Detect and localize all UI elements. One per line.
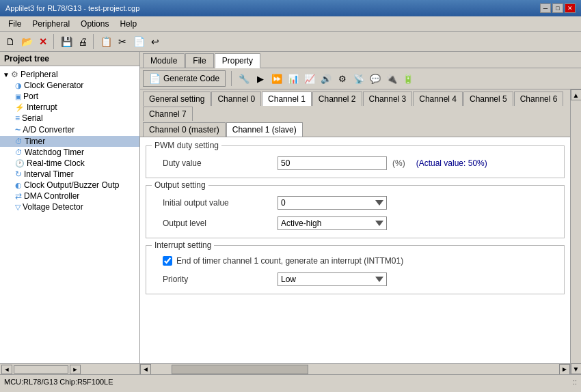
tree-scroll-left[interactable]: ◄ — [1, 365, 12, 374]
clock-out-icon — [15, 181, 22, 190]
print-button[interactable]: 🖨 — [75, 34, 90, 49]
paste-button[interactable]: 📋 — [98, 34, 113, 49]
icon-btn-3[interactable]: ⏩ — [269, 71, 284, 86]
menu-help[interactable]: Help — [114, 18, 142, 30]
maximize-button[interactable]: □ — [552, 3, 563, 13]
icon-btn-7[interactable]: ⚙ — [335, 71, 350, 86]
tree-item-vd[interactable]: Voltage Detector — [0, 201, 139, 212]
close-button[interactable]: ✕ — [565, 3, 576, 13]
icon-btn-2[interactable]: ▶ — [253, 71, 268, 86]
hscroll-thumb[interactable] — [172, 365, 308, 374]
icon-btn-6[interactable]: 🔊 — [319, 71, 334, 86]
initial-output-row: Initial output value 0 1 — [152, 194, 558, 212]
duty-value-row: Duty value (%) (Actual value: 50%) — [152, 154, 558, 172]
tab-channel-0[interactable]: Channel 0 — [211, 92, 261, 106]
tab-channel-7[interactable]: Channel 7 — [143, 107, 193, 121]
priority-select[interactable]: Low High Medium — [278, 272, 387, 286]
dma-icon — [15, 191, 22, 201]
left-panel-scrollbar[interactable]: ◄ ► — [0, 363, 139, 374]
icon-btn-8[interactable]: 📡 — [351, 71, 366, 86]
project-tree-header: Project tree — [0, 52, 139, 66]
new-button[interactable]: 🗋 — [3, 34, 18, 49]
output-group: Output setting Initial output value 0 1 … — [146, 185, 565, 238]
icon-btn-5[interactable]: 📈 — [302, 71, 317, 86]
tab-property[interactable]: Property — [215, 53, 260, 68]
minimize-button[interactable]: ─ — [540, 3, 551, 13]
pwm-group: PWM duty setting Duty value (%) (Actual … — [146, 145, 565, 178]
duty-value-input[interactable] — [278, 156, 387, 170]
interrupt-group-box: Interrupt setting End of timer channel 1… — [146, 245, 565, 294]
left-panel: Project tree ▼ Peripheral Clock Generato… — [0, 52, 140, 374]
menu-peripheral[interactable]: Peripheral — [27, 18, 75, 30]
interrupt-checkbox-label: End of timer channel 1 count, generate a… — [176, 256, 403, 266]
tab-file[interactable]: File — [185, 53, 213, 68]
tree-item-timer[interactable]: Timer — [0, 136, 139, 147]
undo-button[interactable]: ↩ — [148, 34, 163, 49]
rtc-icon — [15, 159, 25, 168]
tree-scroll-right[interactable]: ► — [70, 365, 81, 374]
vscroll-up[interactable]: ▲ — [571, 89, 582, 100]
tree-item-serial[interactable]: Serial — [0, 113, 139, 124]
tab-module[interactable]: Module — [143, 53, 185, 68]
tab-general-setting[interactable]: General setting — [143, 92, 211, 106]
copy-button[interactable]: 📄 — [131, 34, 146, 49]
tree-item-adc[interactable]: A/D Converter — [0, 124, 139, 136]
menu-options[interactable]: Options — [75, 18, 114, 30]
hscroll-left[interactable]: ◄ — [140, 364, 151, 375]
priority-label: Priority — [163, 275, 272, 284]
vscroll-down[interactable]: ▼ — [571, 363, 582, 374]
content-hscroll: ◄ ► — [140, 363, 570, 374]
tab-channel-3[interactable]: Channel 3 — [363, 92, 413, 106]
icon-btn-4[interactable]: 📊 — [286, 71, 301, 86]
sub-tab-slave[interactable]: Channel 1 (slave) — [226, 122, 303, 137]
status-text: MCU:RL78/G13 Chip:R5F100LE — [4, 378, 113, 386]
title-bar: Applilet3 for RL78/G13 - test-project.cg… — [0, 0, 581, 16]
toolbar-sep-1 — [53, 34, 56, 49]
right-content-wrapper: General setting Channel 0 Channel 1 Chan… — [140, 89, 581, 374]
interrupt-group: Interrupt setting End of timer channel 1… — [146, 245, 565, 294]
pwm-group-label: PWM duty setting — [152, 141, 221, 150]
tree-root-peripheral[interactable]: ▼ Peripheral — [0, 69, 139, 80]
tree-item-port[interactable]: Port — [0, 91, 139, 102]
tree-item-watchdog[interactable]: Watchdog Timer — [0, 147, 139, 158]
vd-icon — [15, 203, 21, 212]
sub-tabs-row: Channel 0 (master) Channel 1 (slave) — [140, 121, 570, 137]
interrupt-checkbox[interactable] — [163, 256, 172, 266]
vscroll-track — [571, 100, 582, 363]
icon-btn-9[interactable]: 💬 — [368, 71, 383, 86]
tree-item-interrupt[interactable]: Interrupt — [0, 102, 139, 113]
interrupt-checkbox-row: End of timer channel 1 count, generate a… — [152, 254, 558, 268]
icon-btn-11[interactable]: 🔋 — [401, 71, 416, 86]
tree-item-interval[interactable]: Interval Timer — [0, 169, 139, 180]
open-button[interactable]: 📂 — [19, 34, 34, 49]
menu-file[interactable]: File — [3, 18, 27, 30]
save-button[interactable]: 💾 — [59, 34, 74, 49]
tab-channel-1[interactable]: Channel 1 — [262, 92, 312, 106]
output-level-select[interactable]: Active-high Active-low — [278, 216, 387, 230]
generate-code-button[interactable]: 📄 Generate Code — [143, 70, 226, 87]
duty-actual: (Actual value: 50%) — [416, 158, 487, 168]
tree-item-rtc[interactable]: Real-time Clock — [0, 158, 139, 169]
peripheral-icon — [11, 70, 18, 79]
hscroll-track — [151, 364, 559, 375]
hscroll-right[interactable]: ► — [559, 364, 570, 375]
duty-unit: (%) — [392, 158, 405, 168]
tab-channel-2[interactable]: Channel 2 — [312, 92, 362, 106]
tree-item-clock-out[interactable]: Clock Output/Buzzer Outp — [0, 180, 139, 191]
initial-output-select[interactable]: 0 1 — [278, 196, 387, 210]
icon-btn-10[interactable]: 🔌 — [384, 71, 399, 86]
tab-channel-5[interactable]: Channel 5 — [463, 92, 513, 106]
sub-tab-master[interactable]: Channel 0 (master) — [143, 122, 226, 137]
window-title: Applilet3 for RL78/G13 - test-project.cg… — [5, 4, 139, 12]
port-icon — [15, 92, 21, 100]
tab-channel-6[interactable]: Channel 6 — [514, 92, 564, 106]
tree-item-dma[interactable]: DMA Controller — [0, 191, 139, 201]
initial-output-label: Initial output value — [163, 198, 272, 208]
close-doc-button[interactable]: ✕ — [36, 34, 51, 49]
icon-toolbar: 📄 Generate Code 🔧 ▶ ⏩ 📊 📈 🔊 ⚙ 📡 💬 🔌 🔋 — [140, 68, 581, 89]
icon-btn-1[interactable]: 🔧 — [237, 71, 252, 86]
tree-scrollbar-thumb[interactable] — [14, 365, 68, 374]
tab-channel-4[interactable]: Channel 4 — [413, 92, 463, 106]
cut-button[interactable]: ✂ — [115, 34, 130, 49]
tree-item-clock[interactable]: Clock Generator — [0, 80, 139, 91]
